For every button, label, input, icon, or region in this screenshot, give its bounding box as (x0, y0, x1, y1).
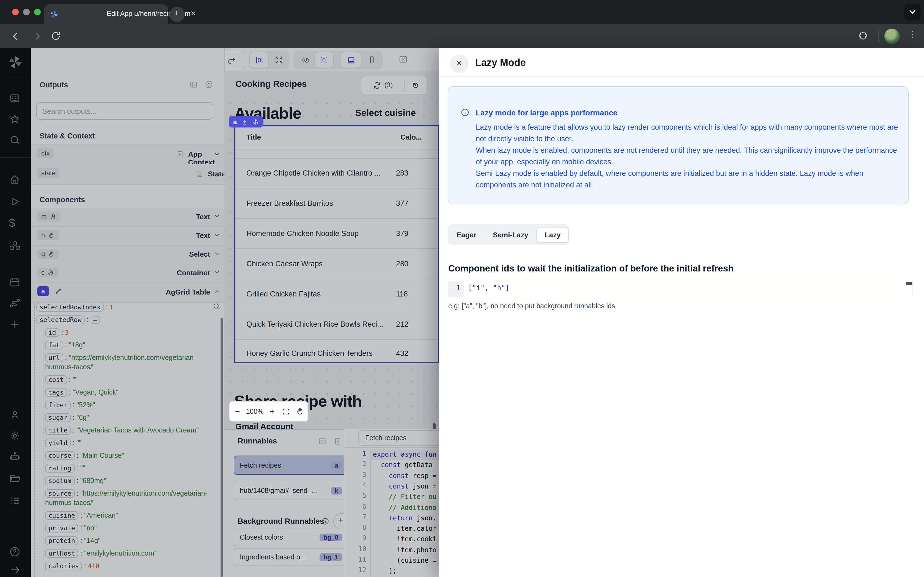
doc-icon[interactable] (205, 80, 213, 89)
json-row-fiber[interactable]: fiber : "52%" (31, 399, 212, 412)
chevron-down-icon[interactable] (213, 250, 221, 259)
json-row-rating[interactable]: rating : "" (31, 462, 212, 475)
traffic-light-minimize[interactable] (23, 9, 30, 15)
col-calories[interactable]: Calo... (401, 133, 422, 141)
runnable-item-gmail-send[interactable]: hub/1408/gmail/_send_... k (234, 481, 347, 500)
editor-content[interactable]: ["i", "h"] (464, 281, 906, 297)
chevron-down-icon[interactable] (213, 151, 221, 158)
component-badge[interactable]: g (37, 249, 58, 259)
desktop-view-button[interactable] (341, 52, 361, 68)
component-row-c[interactable]: cContainer (31, 264, 225, 283)
component-badge[interactable]: m (37, 211, 60, 221)
json-row-tags[interactable]: tags : "Vegan, Quick" (31, 386, 212, 399)
collapse-panel-left-icon[interactable] (398, 55, 408, 64)
flows-route-icon[interactable] (9, 297, 21, 309)
zoom-out-button[interactable]: − (230, 407, 245, 416)
background-runnable-ingredients[interactable]: Ingredients based o... bg_1 (234, 548, 347, 566)
json-row-calories[interactable]: calories : 410 (31, 560, 212, 572)
mode-option-eager[interactable]: Eager (449, 227, 484, 242)
component-row-h[interactable]: hText (31, 227, 225, 246)
detailed-list-icon[interactable] (9, 495, 21, 507)
auto-theme-icon[interactable] (295, 52, 313, 68)
component-badge[interactable]: c (37, 268, 58, 277)
runs-play-icon[interactable] (9, 196, 21, 208)
chevron-down-icon[interactable] (213, 231, 221, 240)
expand-down-icon[interactable] (241, 118, 248, 125)
json-row-urlHost[interactable]: urlHost : "emilykylenutrition.com" (31, 547, 212, 560)
history-button[interactable] (405, 77, 426, 93)
pan-hand-icon[interactable] (296, 407, 304, 416)
favorites-star-icon[interactable] (9, 113, 21, 125)
anchor-icon[interactable] (252, 118, 259, 125)
aggrid-table[interactable]: Title Calo... Orange Chipotle Chicken wi… (234, 125, 439, 363)
collapse-rail-arrow-icon[interactable] (9, 564, 21, 576)
json-row-private[interactable]: private : "no" (31, 522, 212, 535)
table-selection-chip[interactable]: a (229, 116, 263, 127)
bounded-width-button[interactable] (250, 52, 268, 68)
table-row[interactable]: Quick Teriyaki Chicken Rice Bowls Reci..… (236, 309, 438, 340)
component-badge[interactable]: a (37, 286, 48, 296)
component-row-a[interactable]: aAgGrid Table (31, 283, 225, 303)
refresh-app-button[interactable]: (3) (361, 77, 404, 93)
json-row-cost[interactable]: cost : "" (31, 374, 212, 386)
json-row-url[interactable]: url : "https://emilykylenutrition.com/ve… (31, 352, 212, 374)
app-switcher-icon[interactable] (9, 92, 21, 105)
component-badge[interactable]: h (37, 230, 58, 240)
light-theme-sun-icon[interactable] (315, 52, 333, 68)
user-icon[interactable] (9, 409, 21, 421)
json-row-course[interactable]: course : "Main Course" (31, 450, 212, 462)
forward-icon[interactable] (32, 31, 43, 42)
mode-option-semi-lazy[interactable]: Semi-Lazy (485, 227, 536, 242)
table-row[interactable]: Grilled Chicken Fajitas118 (236, 279, 438, 309)
json-row-selectedRow[interactable]: selectedRow : – (31, 314, 212, 326)
tab-close-icon[interactable]: ✕ (190, 9, 196, 18)
full-width-button[interactable] (270, 52, 288, 68)
json-row-cuisine[interactable]: cuisine : "American" (31, 509, 212, 522)
json-row-id[interactable]: id : 3 (31, 326, 212, 339)
table-row[interactable]: Freezer Breakfast Burritos377 (236, 189, 438, 219)
traffic-light-zoom[interactable] (34, 9, 41, 15)
background-runnable-closest-colors[interactable]: Closest colors bg_0 (234, 529, 347, 546)
table-row[interactable]: Homemade Chicken Noodle Soup379 (236, 219, 438, 249)
col-title[interactable]: Title (246, 133, 261, 141)
back-icon[interactable] (10, 31, 21, 42)
schedules-calendar-icon[interactable] (9, 276, 21, 288)
json-row-selectedRowIndex[interactable]: selectedRowIndex : 1 (31, 301, 212, 314)
code-lines[interactable]: 1export async fun2 const getData3 const … (344, 450, 439, 577)
help-icon[interactable] (9, 546, 21, 558)
minimap-handle[interactable] (906, 282, 912, 285)
fit-view-icon[interactable] (283, 408, 290, 415)
chevron-down-icon[interactable] (213, 269, 221, 277)
table-row[interactable]: Chicken Caesar Wraps280 (236, 249, 438, 279)
search-outputs-input[interactable]: Search outputs... (36, 102, 213, 120)
component-row-g[interactable]: gSelect (31, 246, 225, 264)
chevron-down-icon[interactable] (213, 213, 221, 221)
json-row-yield[interactable]: yield : "" (31, 437, 212, 450)
folders-icon[interactable] (9, 472, 21, 485)
avatar[interactable] (884, 29, 900, 44)
ctx-row[interactable]: ctx App Context (31, 145, 225, 165)
collapse-outputs-icon[interactable] (189, 80, 198, 89)
component-ids-editor[interactable]: 1 ["i", "h"] (448, 281, 913, 297)
windmill-logo-icon[interactable] (8, 55, 23, 70)
doc-icon[interactable] (333, 437, 342, 446)
json-row-fat[interactable]: fat : "18g" (31, 339, 212, 352)
component-row-m[interactable]: mText (31, 208, 225, 227)
dock-icon[interactable] (318, 437, 327, 446)
reload-icon[interactable] (51, 31, 61, 41)
search-json-icon[interactable] (212, 302, 221, 311)
state-row[interactable]: state State (31, 164, 225, 185)
table-row[interactable]: Honey Garlic Crunch Chicken Tenders432 (236, 340, 438, 367)
chevron-up-icon[interactable] (213, 288, 221, 297)
component-edit-pencil[interactable] (55, 288, 61, 296)
json-row-title[interactable]: title : "Vegetarian Tacos with Avocado C… (31, 424, 212, 437)
json-row-source[interactable]: source : "https://emilykylenutrition.com… (31, 487, 212, 509)
home-icon[interactable] (9, 174, 21, 186)
search-icon[interactable] (9, 134, 21, 146)
new-tab-button[interactable]: + (170, 6, 185, 22)
json-row-sugar[interactable]: sugar : "6g" (31, 412, 212, 424)
resources-cubes-icon[interactable] (9, 240, 21, 252)
extensions-puzzle-icon[interactable] (858, 31, 869, 41)
tab-search-button[interactable] (904, 4, 921, 20)
panel-scrollbar[interactable] (221, 318, 223, 577)
